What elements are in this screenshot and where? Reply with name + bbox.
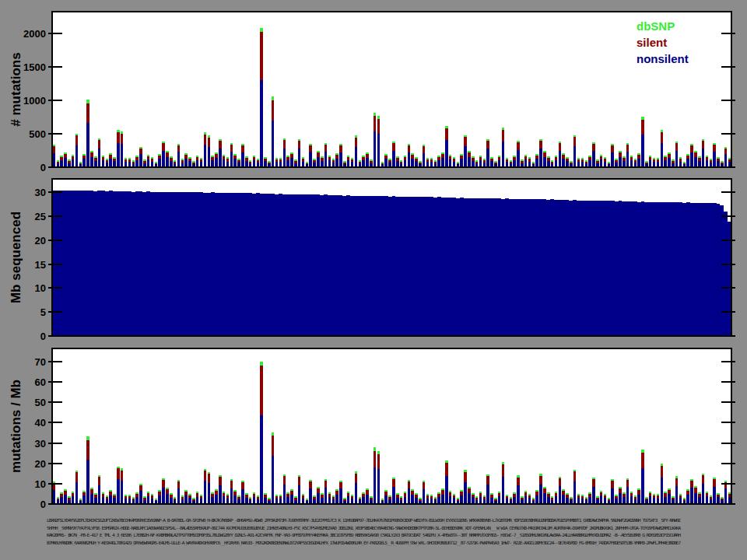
panel-rate: 010203040506070 (35, 348, 735, 510)
x-tick-labels-row: LBXN2F5LYD4YS62EPLTDXCKC5G2UFT2XEW7BCCHK… (47, 518, 738, 523)
x-tick-labels-row: B7MK6UYRND8K_6AA6N82MUH_Y-KE9X4GLT0R1429… (47, 541, 738, 545)
legend-item-nonsilent: nonsilent (637, 51, 689, 67)
y-tick-label: 20 (35, 458, 46, 470)
y-tick-label: 5 (40, 306, 46, 318)
y-tick-label: 0 (40, 499, 46, 510)
legend: dbSNP silent nonsilent (637, 18, 689, 67)
y-tick-label: 2000 (23, 28, 46, 40)
y-tick-label: 20 (35, 235, 46, 247)
legend-item-silent: silent (637, 34, 689, 51)
y-tick-label: 10 (35, 478, 46, 490)
y-tick-label: 1000 (23, 95, 46, 107)
x-tick-labels-strip: LBXN2F5LYD4YS62EPLTDXCKC5G2UFT2XEW7BCCHK… (47, 516, 738, 550)
y-tick-label: 15 (35, 259, 46, 271)
y-tick-label: 40 (35, 417, 46, 429)
y-tick-label: 1500 (23, 61, 46, 73)
mutation-rate-figure: 0500100015002000051015202530010203040506… (0, 0, 747, 560)
y-tick-label: 50 (35, 397, 46, 408)
y-tick-label: 0 (40, 331, 46, 342)
y-tick-label: 25 (35, 211, 46, 222)
y-tick-label: 70 (35, 356, 46, 368)
panel-mutations: 0500100015002000 (23, 12, 735, 173)
y-axis-label-mb-sequenced: Mb sequenced (7, 172, 26, 343)
plots-canvas: 0500100015002000051015202530010203040506… (0, 0, 747, 560)
y-axis-label-mutations: # mutations (7, 4, 26, 175)
y-axis-label-mutations-per-mb: mutations / Mb (7, 341, 26, 512)
x-tick-labels-row: KAK20PR5-_BK7N_-P8-E-417_E_TML_4_3_6E936… (47, 534, 738, 538)
y-tick-label: 10 (35, 282, 46, 294)
y-tick-label: 500 (29, 128, 46, 140)
y-tick-label: 0 (40, 162, 46, 173)
plot-background (52, 348, 731, 504)
plot-background (52, 12, 731, 167)
y-tick-label: 60 (35, 376, 46, 388)
legend-item-dbsnp: dbSNP (637, 18, 689, 34)
x-tick-labels-row: SHPHH__S6MNY9Y7YA7FXLYP16_E5MSRR2X-HDGE-… (47, 526, 738, 530)
panel-mb: 051015202530 (35, 179, 735, 342)
y-tick-label: 30 (35, 187, 46, 198)
y-tick-label: 30 (35, 438, 46, 450)
